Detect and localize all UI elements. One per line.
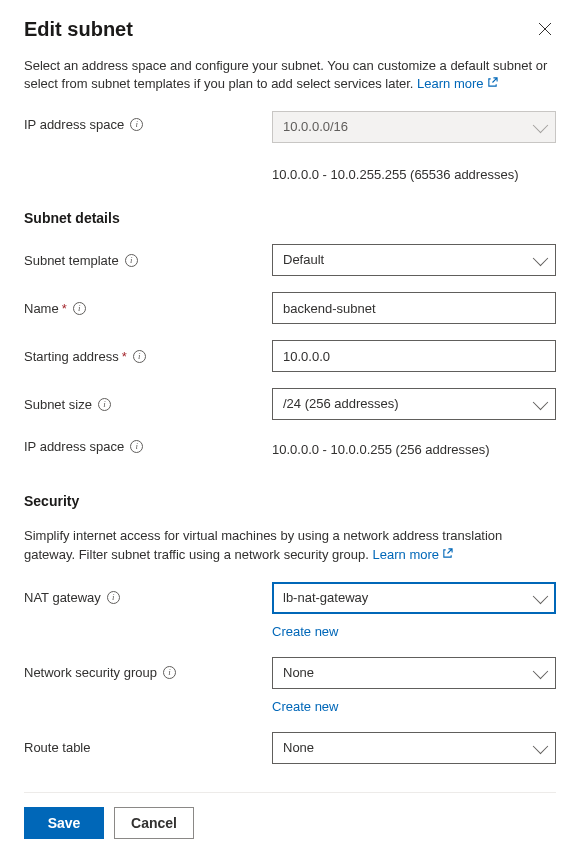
subnet-size-label: Subnet size — [24, 397, 92, 412]
route-table-label: Route table — [24, 740, 91, 755]
nat-gateway-select[interactable]: lb-nat-gateway — [272, 582, 556, 614]
subnet-template-select[interactable]: Default — [272, 244, 556, 276]
page-title: Edit subnet — [24, 18, 133, 41]
intro-text: Select an address space and configure yo… — [24, 57, 556, 93]
info-icon[interactable]: i — [163, 666, 176, 679]
nsg-create-new[interactable]: Create new — [272, 695, 338, 714]
info-icon[interactable]: i — [133, 350, 146, 363]
subnet-details-heading: Subnet details — [24, 210, 556, 226]
subnet-template-label: Subnet template — [24, 253, 119, 268]
ip-space-helper: 10.0.0.0 - 10.0.255.255 (65536 addresses… — [272, 163, 518, 182]
subnet-name-label: Name — [24, 301, 59, 316]
external-link-icon — [442, 548, 453, 559]
external-link-icon — [487, 77, 498, 88]
security-intro: Simplify internet access for virtual mac… — [24, 527, 556, 563]
security-heading: Security — [24, 493, 556, 509]
cancel-button[interactable]: Cancel — [114, 807, 194, 839]
info-icon[interactable]: i — [130, 440, 143, 453]
info-icon[interactable]: i — [107, 591, 120, 604]
required-indicator: * — [62, 301, 67, 316]
close-icon — [538, 22, 552, 36]
ip-range-label: IP address space — [24, 439, 124, 454]
ip-range-value: 10.0.0.0 - 10.0.0.255 (256 addresses) — [272, 436, 556, 457]
ip-space-label: IP address space — [24, 117, 124, 132]
info-icon[interactable]: i — [125, 254, 138, 267]
nsg-select[interactable]: None — [272, 657, 556, 689]
save-button[interactable]: Save — [24, 807, 104, 839]
starting-address-label: Starting address — [24, 349, 119, 364]
starting-address-input[interactable] — [272, 340, 556, 372]
route-table-select[interactable]: None — [272, 732, 556, 764]
nat-gateway-label: NAT gateway — [24, 590, 101, 605]
info-icon[interactable]: i — [130, 118, 143, 131]
learn-more-link[interactable]: Learn more — [417, 76, 483, 91]
subnet-name-input[interactable] — [272, 292, 556, 324]
nsg-label: Network security group — [24, 665, 157, 680]
subnet-size-select[interactable]: /24 (256 addresses) — [272, 388, 556, 420]
ip-space-select[interactable]: 10.0.0.0/16 — [272, 111, 556, 143]
close-button[interactable] — [534, 18, 556, 40]
nat-gateway-create-new[interactable]: Create new — [272, 620, 338, 639]
security-learn-more-link[interactable]: Learn more — [373, 547, 439, 562]
info-icon[interactable]: i — [73, 302, 86, 315]
required-indicator: * — [122, 349, 127, 364]
info-icon[interactable]: i — [98, 398, 111, 411]
